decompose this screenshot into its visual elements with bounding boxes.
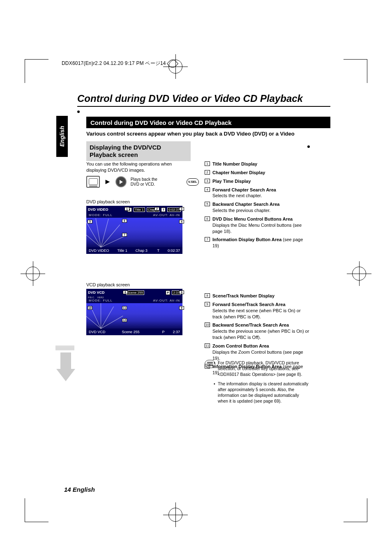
note-item: For DVD/VCD playback, DVD/VCD picture se… — [218, 360, 310, 378]
callout-3: 3 — [179, 207, 184, 211]
arrow-icon: ► — [104, 177, 111, 186]
callout-11: 11 — [122, 306, 127, 310]
section-heading: Control during DVD Video or Video CD Pla… — [86, 117, 330, 128]
source-label: DVD VIDEO — [89, 249, 109, 253]
scene-value: Scene 255 — [126, 290, 144, 295]
legend-title: Title Number Display — [212, 161, 257, 166]
legend-title: DVD Disc Menu Control Buttons Area — [212, 216, 293, 221]
play-text: Plays back the DVD or VCD. — [131, 177, 159, 187]
callout-1: 1 — [125, 207, 129, 211]
legend-title: Play Time Display — [212, 179, 251, 184]
legend-num: 4 — [205, 187, 210, 192]
legend-num: 6 — [205, 216, 210, 221]
mode-label: MODE: FULL — [89, 213, 113, 218]
time-tag: T — [161, 207, 166, 212]
subsection-heading: Displaying the DVD/VCD Playback screen — [86, 141, 191, 161]
bottom-title: Title 1 — [118, 249, 127, 253]
page-flip-icon — [168, 60, 176, 67]
video-area — [86, 218, 182, 247]
monitor-icon — [86, 176, 100, 188]
crop-mark-bl — [25, 498, 48, 522]
page-footer: 14 English — [64, 486, 95, 493]
registration-mark-left — [21, 261, 45, 286]
callout-6: 6 — [122, 219, 127, 223]
bottom-scene: Scene 255 — [122, 330, 140, 334]
legend-num: 3 — [205, 179, 210, 183]
legend-title: Information Display Button Area — [212, 237, 281, 242]
bottom-t: T — [157, 249, 159, 253]
legend-num: 2 — [205, 170, 210, 175]
legend-num: 7 — [205, 237, 210, 242]
vcd-playback-screen: DVD VCD Scene 255 P 2:37 P.B.C. VER2 MOD… — [86, 289, 182, 335]
legend-title: Zoom Control Button Area — [212, 343, 269, 348]
callout-2: 2 — [154, 207, 159, 211]
language-tab: English — [56, 116, 68, 157]
legend-desc: Displays the Disc Menu Control buttons (… — [212, 223, 302, 234]
callout-8: 8 — [123, 290, 128, 294]
callout-10: 10 — [88, 306, 92, 310]
legend-title: Scene/Track Number Display — [212, 293, 274, 298]
intro-text: You can use the following operations whe… — [86, 161, 193, 173]
legend-desc: Selects the previous scene (when PBC is … — [212, 329, 309, 340]
source-label: DVD VCD — [89, 330, 106, 334]
mode-label: MODE: FULL — [89, 299, 113, 303]
bottom-time: 2:37 — [173, 330, 180, 334]
page-title: Control during DVD Video or Video CD Pla… — [77, 93, 303, 104]
legend-desc: Displays the Zoom Control buttons (see p… — [212, 350, 303, 361]
avout-label: AV-OUT: AV-IN — [153, 299, 180, 303]
play-disc-icon — [115, 176, 127, 187]
avout-label: AV-OUT: AV-IN — [153, 213, 180, 218]
legend-num: 5 — [205, 202, 210, 206]
legend-num: 1 — [205, 161, 210, 166]
dvd-playback-screen: DVD VIDEO T Title 1 Chap 3 T 0:02:37 MOD… — [86, 206, 182, 254]
source-label: DVD VIDEO — [88, 207, 108, 212]
dvd-legend: 1Title Number Display 2Chapter Number Di… — [205, 161, 310, 251]
legend-num: 10 — [205, 322, 210, 327]
bullet-dot — [307, 145, 310, 148]
callout-9: 9 — [179, 290, 184, 294]
legend-title: Forward Scene/Track Search Area — [212, 302, 286, 307]
legend-num: 11 — [205, 343, 210, 348]
file-header-text: DDX6017(En)r2.2 04.12.20 9:17 PM ページ14 — [62, 60, 166, 67]
video-area — [86, 303, 182, 329]
crop-mark-tr — [344, 59, 367, 83]
hatch-lines — [55, 346, 74, 350]
note-item: The information display is cleared autom… — [218, 381, 310, 404]
crop-mark-br — [344, 498, 367, 522]
callout-7: 7 — [122, 233, 127, 237]
bottom-chap: Chap 3 — [136, 249, 148, 253]
playback-icons-row: ► Plays back the DVD or VCD. V.SEL — [86, 176, 199, 188]
vsel-button-icon: V.SEL — [187, 178, 199, 186]
time-p-tag: P — [166, 290, 170, 295]
file-header: DDX6017(En)r2.2 04.12.20 9:17 PM ページ14 — [62, 60, 176, 67]
bullet-dot — [77, 111, 80, 113]
legend-title: Backward Chapter Search Area — [212, 202, 279, 207]
callout-4: 4 — [179, 220, 184, 223]
bottom-time: 0:02:37 — [168, 249, 180, 253]
callout-12: 12 — [122, 318, 127, 322]
source-label: DVD VCD — [88, 290, 105, 295]
registration-mark-bottom — [163, 502, 188, 527]
title-value: Title 1 — [134, 207, 145, 212]
title-rule — [77, 106, 330, 107]
vcd-screen-caption: VCD playback screen — [86, 282, 130, 287]
dvd-screen-caption: DVD playback screen — [86, 199, 130, 204]
legend-num: 8 — [205, 293, 210, 298]
section-subtitle: Various control screens appear when you … — [86, 131, 330, 137]
legend-desc: Selects the next scene (when PBC is On) … — [212, 308, 301, 319]
down-arrow-icon — [56, 352, 75, 389]
legend-title: Chapter Number Display — [212, 170, 265, 175]
callout-9b: 9 — [179, 306, 184, 310]
bottom-p: P — [162, 330, 164, 334]
legend-title: Forward Chapter Search Area — [212, 187, 276, 192]
registration-mark-right — [347, 261, 371, 286]
crop-mark-tl — [25, 59, 48, 83]
legend-num: 9 — [205, 302, 210, 306]
legend-desc: Selects the next chapter. — [212, 193, 262, 198]
notes-block: For DVD/VCD playback, DVD/VCD picture se… — [205, 360, 310, 407]
legend-title: Backward Scene/Track Search Area — [212, 322, 289, 327]
legend-desc: Selects the previous chapter. — [212, 208, 270, 213]
callout-5: 5 — [88, 220, 92, 223]
